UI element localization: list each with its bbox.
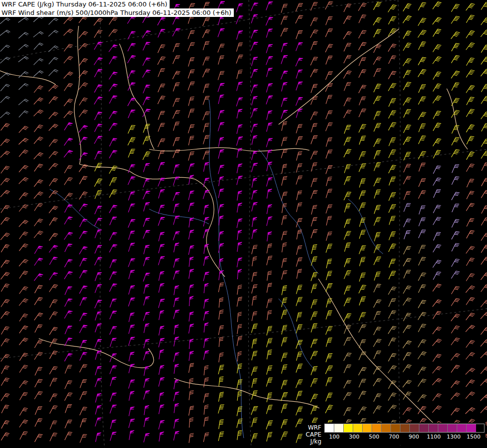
legend-label-block: WRF CAPE J/kg xyxy=(306,424,321,445)
colorbar-cell xyxy=(410,424,419,432)
legend-colorbar xyxy=(324,424,485,433)
legend-label-cape: CAPE xyxy=(306,431,321,438)
legend-label-wrf: WRF xyxy=(306,424,321,431)
colorbar-cell xyxy=(344,424,353,432)
colorbar-cell xyxy=(391,424,400,432)
header-line-cape: WRF CAPE (J/kg) Thursday 06-11-2025 06:0… xyxy=(0,0,170,8)
colorbar-cell xyxy=(382,424,391,432)
legend-label-unit: J/kg xyxy=(306,438,321,445)
colorbar-cell xyxy=(400,424,410,432)
legend-tick: 1300 xyxy=(444,434,464,440)
colorbar-cell xyxy=(419,424,429,432)
colorbar-cell xyxy=(467,424,476,432)
legend-tick: 700 xyxy=(384,434,404,440)
cape-legend: WRF CAPE J/kg 100 300 500 700 900 1100 1… xyxy=(303,423,486,445)
colorbar-cell xyxy=(334,424,344,432)
colorbar-cell xyxy=(372,424,382,432)
legend-tick: 1500 xyxy=(464,434,484,440)
header-line-shear: WRF Wind shear (m/s) 500/1000hPa Thursda… xyxy=(0,8,234,17)
legend-tick: 900 xyxy=(404,434,424,440)
colorbar-cell xyxy=(353,424,363,432)
colorbar-cell xyxy=(429,424,438,432)
colorbar-cell xyxy=(363,424,372,432)
legend-tick: 300 xyxy=(344,434,364,440)
colorbar-cell xyxy=(325,424,334,432)
legend-tick: 1100 xyxy=(424,434,444,440)
colorbar-cell xyxy=(448,424,457,432)
legend-ticks: 100 300 500 700 900 1100 1300 1500 xyxy=(324,433,485,441)
legend-tick: 100 xyxy=(324,434,344,440)
legend-tick: 500 xyxy=(364,434,384,440)
map-header: WRF CAPE (J/kg) Thursday 06-11-2025 06:0… xyxy=(0,0,234,17)
legend-colorbar-wrap: 100 300 500 700 900 1100 1300 1500 xyxy=(324,424,485,441)
colorbar-cell xyxy=(457,424,467,432)
colorbar-cell xyxy=(438,424,448,432)
weather-map: WRF CAPE (J/kg) Thursday 06-11-2025 06:0… xyxy=(0,0,487,448)
map-svg xyxy=(0,0,487,448)
